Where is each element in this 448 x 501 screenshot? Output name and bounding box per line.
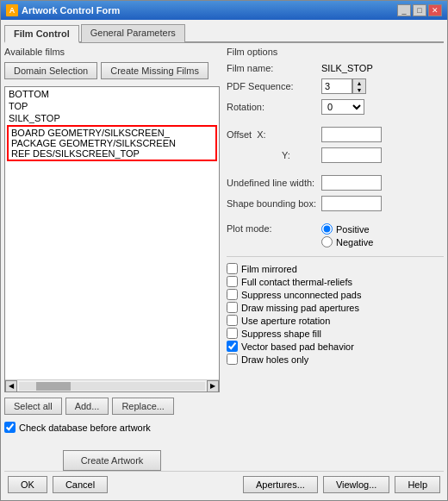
pdf-sequence-spinner-buttons: ▲ ▼	[352, 78, 366, 94]
check-database-label: Check database before artwork	[19, 423, 151, 433]
offset-y-row: Y: 0.000	[227, 147, 444, 163]
title-buttons: _ □ ✕	[397, 4, 442, 16]
divider	[227, 256, 444, 257]
use_aperture_rotation-checkbox[interactable]	[227, 315, 238, 326]
checkbox-item-draw_holes_only: Draw holes only	[227, 354, 444, 365]
full_contact_thermal-checkbox[interactable]	[227, 276, 238, 287]
draw_missing_pad-label: Draw missing pad apertures	[241, 303, 359, 313]
shape-bounding-box-label: Shape bounding box:	[227, 198, 321, 209]
create-artwork-button[interactable]: Create Artwork	[63, 450, 162, 471]
viewlog-button[interactable]: Viewlog...	[323, 476, 390, 493]
checkbox-item-vector_based_pad: Vector based pad behavior	[227, 341, 444, 352]
list-item[interactable]: BOARD GEOMETRY/SILKSCREEN_	[9, 128, 215, 138]
offset-x-row: Offset X: 0.000	[227, 127, 444, 142]
checkbox-item-full_contact_thermal: Full contact thermal-reliefs	[227, 276, 444, 287]
suppress_shape_fill-checkbox[interactable]	[227, 328, 238, 339]
bottom-bar: OK Cancel Apertures... Viewlog... Help	[4, 471, 444, 497]
scroll-left-arrow[interactable]: ◀	[5, 380, 17, 392]
plot-mode-label: Plot mode:	[227, 223, 321, 234]
create-missing-films-button[interactable]: Create Missing Films	[101, 62, 208, 79]
list-item[interactable]: REF DES/SILKSCREEN_TOP	[9, 148, 215, 159]
pdf-sequence-input[interactable]	[321, 78, 352, 94]
negative-radio-row: Negative	[321, 236, 373, 247]
draw_holes_only-checkbox[interactable]	[227, 354, 238, 365]
offset-y-input[interactable]: 0.000	[321, 147, 382, 163]
tab-general-parameters[interactable]: General Parameters	[81, 24, 185, 42]
check-database-checkbox[interactable]	[4, 422, 16, 433]
undefined-line-width-row: Undefined line width: 0.000	[227, 175, 444, 191]
scrollbar-track	[19, 382, 205, 391]
vector_based_pad-label: Vector based pad behavior	[241, 341, 354, 352]
plot-mode-row: Plot mode: Positive Negative	[227, 223, 444, 247]
apertures-button[interactable]: Apertures...	[243, 476, 318, 493]
restore-button[interactable]: □	[413, 4, 426, 16]
minimize-button[interactable]: _	[397, 4, 411, 16]
film-options-label: Film options	[227, 47, 444, 57]
film-name-value: SILK_STOP	[321, 63, 373, 73]
rotation-label: Rotation:	[227, 102, 321, 112]
checkbox-item-suppress_unconnected: Suppress unconnected pads	[227, 289, 444, 300]
checkbox-item-draw_missing_pad: Draw missing pad apertures	[227, 302, 444, 313]
domain-buttons: Domain Selection Create Missing Films	[4, 62, 220, 79]
content-area: Available films Domain Selection Create …	[4, 47, 444, 471]
pdf-sequence-spinner: ▲ ▼	[321, 78, 366, 94]
suppress_unconnected-label: Suppress unconnected pads	[241, 290, 361, 300]
negative-radio[interactable]	[321, 236, 333, 247]
tab-film-control[interactable]: Film Control	[4, 25, 79, 43]
check-database-row: Check database before artwork	[4, 422, 220, 433]
vector_based_pad-checkbox[interactable]	[227, 341, 238, 352]
shape-bounding-box-row: Shape bounding box: 100.000	[227, 196, 444, 211]
pdf-sequence-up[interactable]: ▲	[353, 79, 365, 86]
close-button[interactable]: ✕	[428, 4, 442, 16]
checkbox-item-suppress_shape_fill: Suppress shape fill	[227, 328, 444, 339]
checkbox-item-use_aperture_rotation: Use aperture rotation	[227, 315, 444, 326]
draw_missing_pad-checkbox[interactable]	[227, 302, 238, 313]
list-item[interactable]: BOTTOM	[6, 88, 218, 100]
right-panel: Film options Film name: SILK_STOP PDF Se…	[227, 47, 444, 471]
select-all-button[interactable]: Select all	[4, 398, 62, 415]
film_mirrored-label: Film mirrored	[241, 264, 297, 274]
positive-radio[interactable]	[321, 223, 333, 235]
horizontal-scrollbar[interactable]: ◀ ▶	[5, 379, 219, 391]
shape-bounding-box-input[interactable]: 100.000	[321, 196, 382, 211]
suppress_shape_fill-label: Suppress shape fill	[241, 329, 321, 339]
help-button[interactable]: Help	[395, 476, 440, 493]
add-button[interactable]: Add...	[65, 398, 109, 415]
film-name-label: Film name:	[227, 63, 321, 73]
film-list[interactable]: BOTTOM TOP SILK_STOP BOARD GEOMETRY/SILK…	[5, 87, 219, 379]
pdf-sequence-label: PDF Sequence:	[227, 81, 321, 91]
pdf-sequence-row: PDF Sequence: ▲ ▼	[227, 78, 444, 94]
domain-selection-button[interactable]: Domain Selection	[4, 62, 97, 79]
tab-bar: Film Control General Parameters	[4, 23, 444, 43]
undefined-line-width-label: Undefined line width:	[227, 178, 321, 188]
offset-x-label: Offset X:	[227, 129, 321, 140]
undefined-line-width-input[interactable]: 0.000	[321, 175, 382, 191]
replace-button[interactable]: Replace...	[112, 398, 174, 415]
offset-x-input[interactable]: 0.000	[321, 127, 382, 142]
window-icon: A	[6, 4, 18, 16]
use_aperture_rotation-label: Use aperture rotation	[241, 316, 330, 326]
film-list-container: BOTTOM TOP SILK_STOP BOARD GEOMETRY/SILK…	[4, 86, 220, 392]
plot-mode-radio-group: Positive Negative	[321, 223, 373, 247]
film_mirrored-checkbox[interactable]	[227, 263, 238, 274]
scroll-right-arrow[interactable]: ▶	[207, 380, 219, 392]
cancel-button[interactable]: Cancel	[53, 476, 108, 493]
suppress_unconnected-checkbox[interactable]	[227, 289, 238, 300]
window-title: Artwork Control Form	[22, 5, 397, 16]
rotation-row: Rotation: 0 90 180 270	[227, 99, 444, 115]
main-window: A Artwork Control Form _ □ ✕ Film Contro…	[0, 0, 448, 501]
list-item[interactable]: SILK_STOP	[6, 112, 218, 124]
rotation-select[interactable]: 0 90 180 270	[321, 99, 364, 115]
pdf-sequence-down[interactable]: ▼	[353, 86, 365, 93]
ok-button[interactable]: OK	[8, 476, 47, 493]
film-name-row: Film name: SILK_STOP	[227, 63, 444, 73]
draw_holes_only-label: Draw holes only	[241, 354, 308, 365]
positive-label: Positive	[336, 224, 370, 235]
list-item[interactable]: PACKAGE GEOMETRY/SILKSCREEN	[9, 138, 215, 148]
title-bar: A Artwork Control Form _ □ ✕	[1, 1, 447, 20]
positive-radio-row: Positive	[321, 223, 373, 235]
scrollbar-thumb[interactable]	[36, 382, 71, 391]
action-buttons: Select all Add... Replace...	[4, 398, 220, 415]
window-body: Film Control General Parameters Availabl…	[1, 20, 447, 500]
list-item[interactable]: TOP	[6, 100, 218, 112]
